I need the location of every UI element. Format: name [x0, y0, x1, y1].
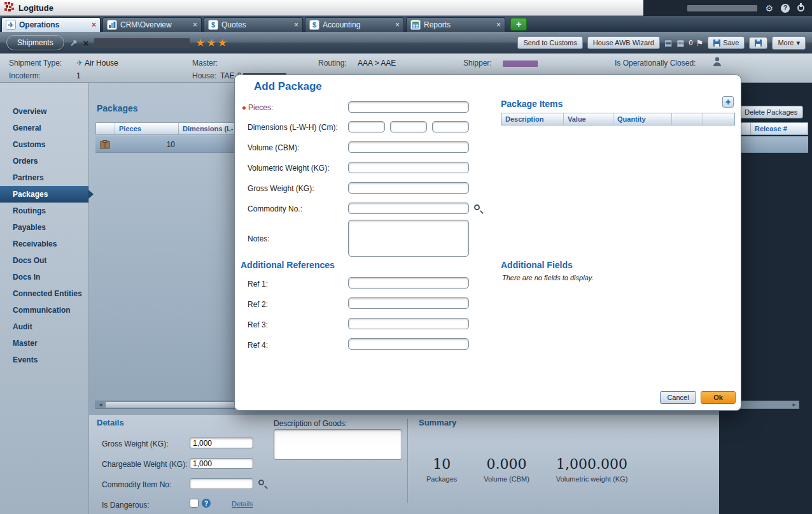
sidebar-item-partners[interactable]: Partners [0, 169, 88, 186]
dangerous-details-link[interactable]: Details [232, 500, 253, 508]
commodity-no-input[interactable] [348, 203, 469, 214]
scroll-left-icon[interactable]: ◄ [96, 401, 105, 408]
tab-label: Reports [424, 20, 493, 29]
chargeable-weight-input[interactable] [190, 458, 253, 469]
sidebar-item-docs-out[interactable]: Docs Out [0, 252, 88, 269]
add-package-item-button[interactable]: + [722, 96, 734, 108]
shipments-button[interactable]: Shipments [6, 35, 64, 50]
gross-weight-input[interactable] [348, 182, 469, 194]
power-icon[interactable] [797, 4, 804, 11]
search-icon[interactable] [474, 204, 480, 210]
column-quantity[interactable]: Quantity [613, 113, 672, 125]
sidebar-item-events[interactable]: Events [0, 352, 88, 368]
sidebar-item-audit[interactable]: Audit [0, 318, 88, 335]
summary-packages-value: 10 [426, 456, 457, 472]
tab-reports[interactable]: Reports × [406, 17, 505, 32]
sidebar-item-orders[interactable]: Orders [0, 153, 88, 169]
save-disk-icon [755, 39, 762, 46]
dimension-l-input[interactable] [348, 121, 385, 132]
shipment-type-value: ✈Air House [76, 59, 118, 68]
person-icon[interactable] [713, 57, 722, 69]
flag-icon[interactable]: ⚑ [696, 38, 704, 48]
tab-accounting[interactable]: $ Accounting × [305, 17, 404, 32]
column-value[interactable]: Value [564, 113, 613, 125]
save-button[interactable]: Save [708, 36, 745, 49]
new-tab-button[interactable]: + [510, 18, 527, 31]
sidebar-item-payables[interactable]: Payables [0, 219, 88, 236]
ref4-label: Ref 4: [248, 341, 268, 350]
sidebar-item-master[interactable]: Master [0, 335, 88, 352]
ref3-input[interactable] [348, 318, 469, 329]
column-pieces[interactable]: Pieces [115, 123, 179, 134]
sidebar-item-docs-in[interactable]: Docs In [0, 269, 88, 285]
column-description[interactable]: Description [501, 113, 564, 125]
tab-bar: ✈ Operations × CRM\Overview × $ Quotes ×… [0, 16, 812, 32]
additional-references-title: Additional References [241, 260, 335, 270]
redacted-shipper-name [503, 61, 538, 67]
tab-label: Quotes [221, 20, 291, 29]
is-dangerous-checkbox[interactable] [190, 499, 199, 508]
sidebar-item-receivables[interactable]: Receivables [0, 236, 88, 252]
commodity-item-input[interactable] [190, 478, 253, 489]
close-tab-icon[interactable]: × [496, 20, 501, 29]
sidebar-item-routings[interactable]: Routings [0, 203, 88, 219]
sidebar-item-overview[interactable]: Overview [0, 103, 88, 120]
grid-view-icon[interactable]: ▦ [676, 38, 684, 48]
save-disk-icon [713, 39, 720, 46]
tab-label: CRM\Overview [120, 20, 190, 29]
column-release[interactable]: Release # [750, 123, 808, 134]
volumetric-weight-input[interactable] [348, 162, 469, 173]
flag-counter: 0 ⚑ [689, 38, 704, 48]
sidebar-item-customs[interactable]: Customs [0, 136, 88, 153]
pieces-input[interactable] [348, 101, 469, 113]
description-of-goods-textarea[interactable] [274, 429, 402, 460]
scroll-right-icon[interactable]: ► [790, 401, 799, 408]
ref4-input[interactable] [348, 338, 469, 350]
ref2-input[interactable] [348, 297, 469, 309]
close-tab-icon[interactable]: × [193, 20, 197, 29]
scrollbar-thumb[interactable] [105, 401, 235, 408]
dimension-w-input[interactable] [390, 121, 427, 132]
send-to-customs-button[interactable]: Send to Customs [517, 36, 582, 49]
close-tab-icon[interactable]: × [92, 20, 96, 29]
no-fields-text: There are no fields to display. [502, 274, 593, 282]
house-awb-wizard-button[interactable]: House AWB Wizard [587, 36, 660, 49]
sidebar-item-general[interactable]: General [0, 120, 88, 136]
delete-packages-button[interactable]: Delete Packages [739, 106, 803, 118]
dialog-title: Add Package [254, 80, 322, 93]
ok-button[interactable]: Ok [701, 391, 736, 404]
ref2-label: Ref 2: [248, 300, 268, 309]
summary-volumetric-value: 1,000.000 [556, 456, 627, 472]
tab-crm-overview[interactable]: CRM\Overview × [102, 17, 202, 32]
list-view-icon[interactable]: ▤ [664, 38, 672, 48]
tab-operations[interactable]: ✈ Operations × [1, 17, 101, 32]
cancel-button[interactable]: Cancel [660, 391, 696, 404]
notes-textarea[interactable] [348, 220, 469, 257]
ref1-input[interactable] [348, 277, 469, 289]
column-icon[interactable] [96, 123, 115, 134]
search-icon[interactable] [258, 480, 264, 485]
close-tab-icon[interactable]: × [395, 20, 400, 29]
sidebar-item-connected-entities[interactable]: Connected Entities [0, 285, 88, 302]
settings-gear-icon[interactable]: ⚙ [765, 4, 773, 13]
save-and-close-button[interactable] [749, 37, 767, 49]
summary-volume-label: Volume (CBM) [484, 475, 529, 483]
popout-icon[interactable]: ↗ [70, 38, 78, 48]
close-tab-icon[interactable]: × [294, 20, 298, 29]
volume-input[interactable] [348, 141, 469, 153]
dangerous-help-icon[interactable]: ? [202, 499, 211, 508]
sidebar-item-communication[interactable]: Communication [0, 302, 88, 318]
dimension-h-input[interactable] [432, 121, 469, 132]
gross-weight-input[interactable] [190, 438, 253, 448]
bar-chart-icon [107, 20, 117, 30]
more-button[interactable]: More ▾ [772, 36, 806, 50]
logitude-logo-icon [4, 1, 15, 15]
close-shipment-icon[interactable]: × [83, 38, 88, 48]
rating-stars[interactable]: ★★★ [195, 36, 228, 50]
tab-quotes[interactable]: $ Quotes × [204, 17, 303, 32]
sidebar-item-packages[interactable]: Packages [0, 186, 88, 203]
help-icon[interactable]: ? [781, 4, 790, 13]
notes-label: Notes: [248, 234, 270, 243]
packages-title: Packages [97, 103, 138, 113]
operationally-closed-label: Is Operationally Closed: [615, 59, 696, 68]
